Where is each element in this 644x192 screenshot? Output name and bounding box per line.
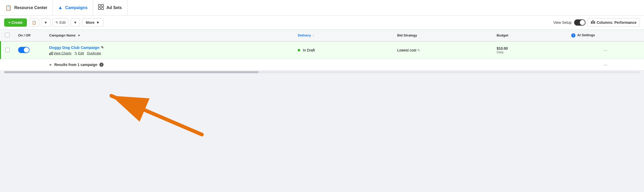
resource-center-label: Resource Center — [14, 5, 47, 10]
svg-rect-3 — [101, 8, 104, 10]
view-charts-link[interactable]: View Charts — [49, 51, 71, 55]
campaigns-icon: ▲ — [58, 5, 63, 10]
row-checkbox[interactable] — [5, 48, 10, 52]
dropdown-arrow-button-1[interactable]: ▼ — [41, 18, 50, 27]
edit-button[interactable]: ✎ Edit — [53, 18, 69, 27]
svg-rect-4 — [49, 53, 50, 55]
nav-ad-sets[interactable]: Ad Sets — [93, 0, 127, 15]
bid-strategy-edit-icon[interactable]: ✎ — [417, 48, 420, 52]
header-checkbox-col — [1, 29, 14, 41]
duplicate-link[interactable]: Duplicate — [87, 51, 101, 55]
chevron-down-icon-3: ▼ — [96, 20, 100, 25]
bar-chart-icon — [49, 51, 53, 55]
edit-action-icon: ✎ — [75, 51, 77, 55]
view-setup-area: View Setup — [553, 19, 586, 26]
ad-sets-icon — [98, 4, 104, 11]
delivery-status-dot — [298, 49, 300, 51]
edit-link[interactable]: ✎ Edit — [75, 51, 84, 55]
at-settings-cell: — — [567, 41, 644, 59]
nav-campaigns[interactable]: ▲ Campaigns — [53, 0, 93, 15]
header-budget: Budget — [493, 29, 567, 41]
sort-arrow-icon: ▼ — [78, 34, 80, 37]
at-settings-dash: — — [604, 48, 607, 52]
campaign-toggle[interactable] — [18, 47, 30, 53]
header-bid-strategy: Bid Strategy — [393, 29, 493, 41]
results-cell: ► Results from 1 campaign i — [45, 59, 294, 71]
svg-rect-5 — [50, 52, 51, 55]
budget-period: Daily — [497, 50, 563, 54]
horizontal-scrollbar[interactable] — [4, 71, 640, 73]
results-row: ► Results from 1 campaign i — — [1, 59, 644, 71]
delivery-sort-up-icon: ↑ — [313, 34, 314, 37]
resource-center-icon: 📋 — [5, 5, 12, 11]
create-button[interactable]: + Create — [4, 18, 27, 27]
svg-rect-1 — [101, 4, 104, 6]
copy-icon: 📋 — [32, 20, 36, 25]
view-setup-label: View Setup — [553, 20, 572, 25]
bid-strategy-cell: Lowest cost ✎ — [393, 41, 493, 59]
more-button[interactable]: More ▼ — [82, 18, 104, 27]
chevron-down-icon: ▼ — [44, 20, 48, 25]
nav-resource-center[interactable]: 📋 Resource Center — [0, 0, 53, 15]
campaign-name-link[interactable]: Doggy Dog Club Campaign ✎ — [49, 45, 104, 50]
chevron-right-icon: ► — [49, 63, 52, 67]
at-settings-info-icon[interactable]: i — [571, 33, 575, 38]
chevron-down-icon-2: ▼ — [74, 20, 77, 25]
svg-rect-6 — [52, 52, 53, 55]
campaign-name-cell: Doggy Dog Club Campaign ✎ — [45, 41, 294, 59]
campaign-actions: View Charts ✎ Edit Duplicate — [49, 51, 289, 55]
view-setup-toggle[interactable] — [574, 19, 586, 26]
dropdown-arrow-button-2[interactable]: ▼ — [71, 18, 80, 27]
pencil-icon: ✎ — [55, 20, 58, 25]
duplicate-icon-button[interactable]: 📋 — [29, 18, 39, 27]
svg-rect-2 — [98, 8, 100, 10]
budget-cell: $10.00 Daily — [493, 41, 567, 59]
results-label: Results from 1 campaign — [54, 63, 98, 67]
top-nav: 📋 Resource Center ▲ Campaigns Ad Sets — [0, 0, 644, 16]
campaigns-table: On / Off Campaign Name ▼ Delivery ↑ Bid … — [0, 29, 644, 71]
results-at-settings-dash: — — [567, 59, 644, 71]
columns-button[interactable]: Columns: Performance — [588, 18, 640, 27]
campaigns-label: Campaigns — [65, 5, 87, 10]
svg-rect-0 — [98, 4, 100, 6]
columns-icon — [591, 20, 595, 25]
header-campaign-name[interactable]: Campaign Name ▼ — [45, 29, 294, 41]
header-on-off: On / Off — [14, 29, 45, 41]
results-expand-control[interactable]: ► Results from 1 campaign i — [49, 63, 289, 67]
toolbar: + Create 📋 ▼ ✎ Edit ▼ More ▼ View Setup … — [0, 16, 644, 29]
delivery-cell: In Draft — [294, 41, 393, 59]
budget-amount: $10.00 — [497, 46, 563, 50]
header-at-settings: i At Settings — [567, 29, 644, 41]
table-row: Doggy Dog Club Campaign ✎ — [1, 41, 644, 59]
table-header-row: On / Off Campaign Name ▼ Delivery ↑ Bid … — [1, 29, 644, 41]
ad-sets-label: Ad Sets — [106, 5, 122, 10]
campaigns-table-container: On / Off Campaign Name ▼ Delivery ↑ Bid … — [0, 29, 644, 71]
header-delivery[interactable]: Delivery ↑ — [294, 29, 393, 41]
results-info-icon[interactable]: i — [99, 63, 104, 67]
edit-name-pencil-icon[interactable]: ✎ — [101, 46, 104, 49]
scrollbar-thumb[interactable] — [4, 71, 258, 73]
select-all-checkbox[interactable] — [5, 33, 10, 37]
